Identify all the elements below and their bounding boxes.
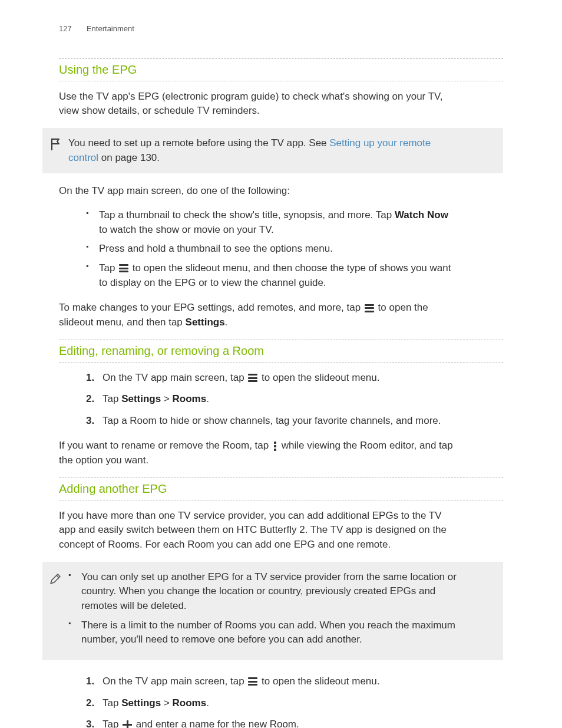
step-item: On the TV app main screen, tap to open t… bbox=[86, 674, 458, 689]
step-item: On the TV app main screen, tap to open t… bbox=[86, 371, 458, 386]
intro-paragraph: If you have more than one TV service pro… bbox=[59, 509, 457, 552]
steps-list: On the TV app main screen, tap to open t… bbox=[86, 674, 458, 728]
tail-paragraph: If you want to rename or remove the Room… bbox=[59, 439, 457, 467]
note-list: You can only set up another EPG for a TV… bbox=[68, 570, 458, 652]
menu-icon bbox=[119, 264, 128, 272]
step-item: Tap Settings > Rooms. bbox=[86, 696, 458, 711]
intro-paragraph: Use the TV app's EPG (electronic program… bbox=[59, 90, 457, 118]
menu-icon bbox=[248, 677, 257, 686]
step-item: Tap a Room to hide or show channels, tag… bbox=[86, 414, 458, 429]
note-text-pre: You need to set up a remote before using… bbox=[68, 137, 329, 149]
informational-note: You can only set up another EPG for a TV… bbox=[42, 562, 503, 660]
steps-list: On the TV app main screen, tap to open t… bbox=[86, 371, 458, 429]
list-item: You can only set up another EPG for a TV… bbox=[68, 570, 458, 614]
action-list: Tap a thumbnail to check the show's titl… bbox=[86, 208, 458, 290]
section-name: Entertainment bbox=[87, 24, 134, 33]
overflow-icon bbox=[273, 442, 277, 451]
heading-adding-epg: Adding another EPG bbox=[59, 477, 503, 500]
settings-label: Settings bbox=[186, 317, 225, 328]
heading-editing-room: Editing, renaming, or removing a Room bbox=[59, 340, 503, 363]
prerequisite-note: You need to set up a remote before using… bbox=[42, 128, 503, 173]
closing-paragraph: To make changes to your EPG settings, ad… bbox=[59, 301, 457, 330]
heading-using-epg: Using the EPG bbox=[59, 58, 503, 81]
list-item: Tap to open the slideout menu, and then … bbox=[86, 261, 458, 290]
pencil-icon bbox=[42, 570, 68, 590]
page-number: 127 bbox=[59, 24, 72, 33]
step-item: Tap and enter a name for the new Room. bbox=[86, 717, 458, 728]
watch-now-label: Watch Now bbox=[395, 209, 448, 220]
plus-icon bbox=[123, 720, 132, 728]
note-text-post: on page 130. bbox=[98, 152, 160, 163]
list-item: Tap a thumbnail to check the show's titl… bbox=[86, 208, 458, 237]
flag-icon bbox=[42, 136, 68, 156]
page-header: 127 Entertainment bbox=[59, 24, 503, 35]
list-item: Press and hold a thumbnail to see the op… bbox=[86, 242, 458, 256]
menu-icon bbox=[365, 304, 374, 312]
step-item: Tap Settings > Rooms. bbox=[86, 392, 458, 407]
list-item: There is a limit to the number of Rooms … bbox=[68, 618, 458, 647]
menu-icon bbox=[248, 374, 257, 382]
lead-paragraph: On the TV app main screen, do one of the… bbox=[59, 184, 457, 199]
